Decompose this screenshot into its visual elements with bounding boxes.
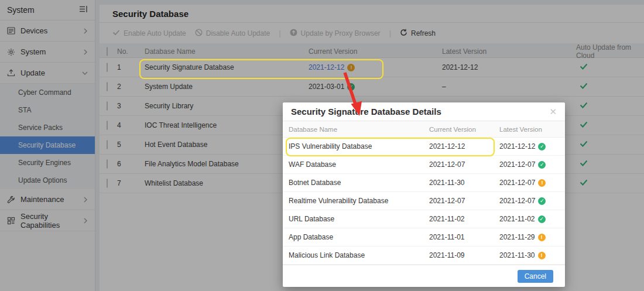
modal-latest-version-cell: 2021-12-07✓ — [499, 197, 565, 205]
modal-current-version: 2021-11-30 — [429, 179, 499, 187]
details-modal: Security Signature Database Details ✕ Da… — [283, 102, 565, 287]
modal-latest-version-cell: 2021-12-07! — [499, 179, 565, 187]
modal-latest-version-value: 2021-12-12 — [499, 142, 535, 150]
modal-latest-version-cell: 2021-11-30! — [499, 251, 565, 259]
modal-latest-version-cell: 2021-12-07✓ — [499, 160, 565, 169]
modal-latest-version-value: 2021-11-30 — [499, 251, 535, 259]
modal-latest-version-value: 2021-12-07 — [499, 160, 535, 169]
modal-column-header: Current Version — [429, 126, 499, 133]
modal-current-version: 2021-12-12 — [429, 142, 499, 150]
modal-current-version: 2021-11-01 — [429, 233, 499, 241]
modal-database-name: Malicious Link Database — [289, 251, 429, 259]
modal-current-version: 2021-12-07 — [429, 197, 499, 205]
modal-column-header: Database Name — [289, 126, 429, 133]
modal-database-name: URL Database — [289, 215, 429, 223]
modal-footer: Cancel — [283, 265, 565, 287]
modal-latest-version-cell: 2021-11-29! — [499, 233, 565, 241]
modal-table-header-row: Database NameCurrent VersionLatest Versi… — [283, 121, 565, 138]
modal-database-name: Realtime Vulnerability Database — [289, 197, 429, 205]
modal-table-row: App Database2021-11-012021-11-29! — [283, 228, 565, 247]
status-ok-icon: ✓ — [538, 161, 546, 169]
status-ok-icon: ✓ — [538, 197, 546, 205]
modal-database-name: Botnet Database — [289, 179, 429, 187]
close-icon[interactable]: ✕ — [549, 107, 557, 117]
modal-latest-version-cell: 2021-12-12✓ — [499, 142, 565, 150]
modal-header: Security Signature Database Details ✕ — [283, 102, 565, 121]
modal-database-name: App Database — [289, 233, 429, 241]
modal-current-version: 2021-11-02 — [429, 215, 499, 223]
modal-column-header: Latest Version — [499, 126, 565, 133]
modal-table-row: Botnet Database2021-11-302021-12-07! — [283, 174, 565, 192]
modal-latest-version-cell: 2021-11-02✓ — [499, 215, 565, 223]
modal-table-row: WAF Database2021-12-072021-12-07✓ — [283, 156, 565, 174]
modal-database-name: WAF Database — [289, 160, 429, 169]
modal-title: Security Signature Database Details — [291, 107, 441, 117]
modal-current-version: 2021-12-07 — [429, 160, 499, 169]
status-ok-icon: ✓ — [538, 215, 546, 223]
status-warning-icon: ! — [538, 252, 546, 259]
cancel-button[interactable]: Cancel — [518, 270, 553, 283]
modal-table-row: Malicious Link Database2021-11-092021-11… — [283, 247, 565, 265]
modal-database-name: IPS Vulnerability Database — [289, 142, 429, 150]
status-ok-icon: ✓ — [538, 143, 546, 150]
modal-current-version: 2021-11-09 — [429, 251, 499, 259]
status-warning-icon: ! — [538, 234, 546, 241]
modal-latest-version-value: 2021-11-02 — [499, 215, 535, 223]
modal-latest-version-value: 2021-12-07 — [499, 197, 535, 205]
status-warning-icon: ! — [538, 179, 546, 187]
modal-table-row: Realtime Vulnerability Database2021-12-0… — [283, 192, 565, 210]
modal-table-row: IPS Vulnerability Database2021-12-122021… — [283, 138, 565, 156]
app-window: System DevicesSystemUpdateCyber CommandS… — [0, 0, 644, 291]
modal-table: Database NameCurrent VersionLatest Versi… — [283, 121, 565, 265]
modal-latest-version-value: 2021-11-29 — [499, 233, 535, 241]
modal-table-row: URL Database2021-11-022021-11-02✓ — [283, 210, 565, 228]
modal-latest-version-value: 2021-12-07 — [499, 179, 535, 187]
